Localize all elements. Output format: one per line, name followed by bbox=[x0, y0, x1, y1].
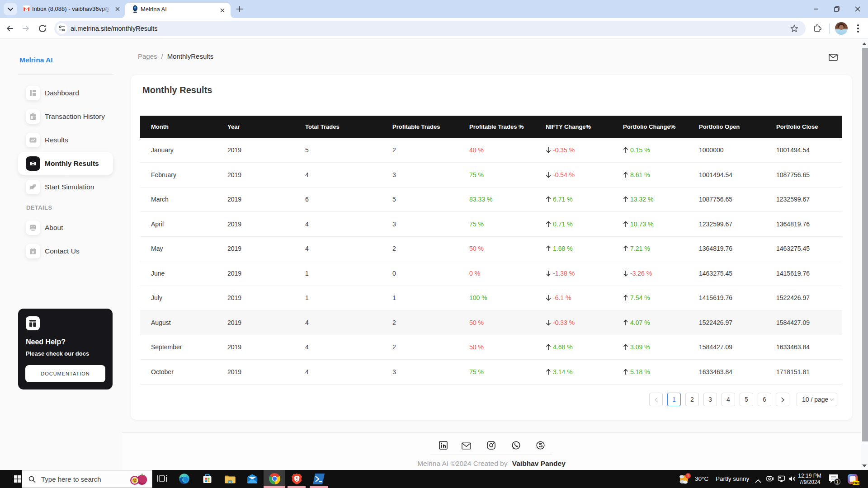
svg-text:PRE: PRE bbox=[853, 481, 859, 485]
svg-text:1: 1 bbox=[687, 474, 689, 478]
svg-text:1: 1 bbox=[836, 479, 839, 484]
